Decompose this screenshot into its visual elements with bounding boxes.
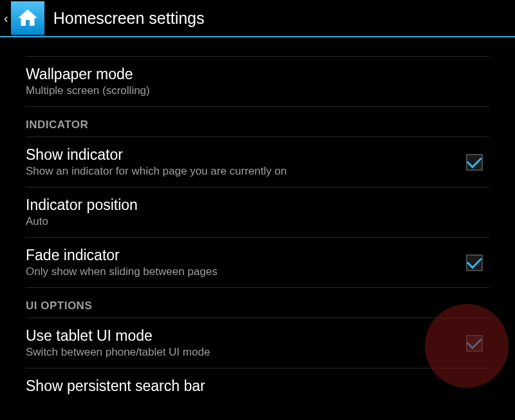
setting-title: Fade indicator	[26, 247, 466, 264]
checkbox-show-indicator[interactable]	[466, 154, 483, 171]
setting-indicator-position[interactable]: Indicator position Auto	[26, 187, 489, 238]
setting-subtitle: Auto	[26, 215, 489, 228]
partial-cutoff-row	[26, 37, 489, 57]
setting-title: Use tablet UI mode	[26, 327, 466, 345]
setting-fade-indicator[interactable]: Fade indicator Only show when sliding be…	[26, 238, 489, 288]
setting-show-search-bar[interactable]: Show persistent search bar	[26, 368, 489, 400]
checkbox-use-tablet-ui[interactable]	[466, 335, 483, 352]
setting-title: Show indicator	[26, 146, 466, 164]
section-header-ui-options: UI OPTIONS	[26, 288, 489, 318]
setting-wallpaper-mode[interactable]: Wallpaper mode Multiple screen (scrollin…	[26, 57, 489, 107]
home-icon[interactable]	[11, 1, 44, 35]
checkbox-fade-indicator[interactable]	[466, 254, 483, 271]
back-chevron-icon[interactable]: ‹	[4, 11, 8, 26]
section-header-indicator: INDICATOR	[26, 107, 489, 137]
setting-title: Wallpaper mode	[26, 66, 489, 83]
setting-subtitle: Show an indicator for which page you are…	[26, 165, 466, 178]
setting-show-indicator[interactable]: Show indicator Show an indicator for whi…	[26, 137, 489, 187]
setting-subtitle: Switch between phone/tablet UI mode	[26, 346, 466, 359]
settings-list: Wallpaper mode Multiple screen (scrollin…	[0, 37, 515, 400]
setting-subtitle: Multiple screen (scrolling)	[26, 84, 489, 97]
page-title: Homescreen settings	[53, 9, 205, 28]
header-bar: ‹ Homescreen settings	[0, 0, 515, 37]
setting-use-tablet-ui[interactable]: Use tablet UI mode Switch between phone/…	[26, 318, 489, 368]
setting-subtitle: Only show when sliding between pages	[26, 265, 466, 278]
setting-title: Show persistent search bar	[26, 377, 489, 395]
setting-title: Indicator position	[26, 196, 489, 214]
